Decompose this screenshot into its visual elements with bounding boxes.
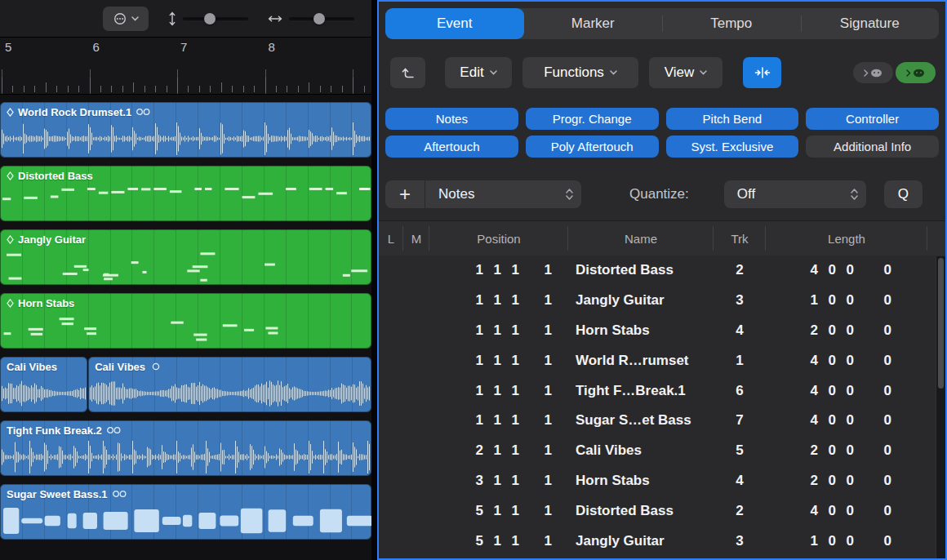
- functions-menu-button[interactable]: Functions: [522, 57, 638, 88]
- event-name-cell[interactable]: Distorted Bass: [568, 256, 714, 286]
- track-number-cell[interactable]: 4: [714, 466, 766, 496]
- link-cell[interactable]: [379, 316, 403, 346]
- position-cell[interactable]: 1111: [429, 376, 568, 406]
- filter-pitch-bend[interactable]: Pitch Bend: [666, 108, 799, 130]
- filter-notes[interactable]: Notes: [385, 108, 518, 130]
- position-cell[interactable]: 1111: [429, 286, 568, 316]
- region-world-rock-drumset-1[interactable]: World Rock Drumset.1: [0, 102, 371, 158]
- quantize-apply-button[interactable]: Q: [884, 180, 923, 208]
- scrollbar-thumb[interactable]: [938, 258, 944, 389]
- go-to-parent-button[interactable]: [390, 57, 425, 88]
- event-name-cell[interactable]: Distorted Bass: [568, 496, 714, 526]
- vertical-zoom-slider[interactable]: [183, 17, 248, 20]
- region-tight-funk-break-2[interactable]: Tight Funk Break.2: [0, 420, 371, 476]
- tab-marker[interactable]: Marker: [524, 8, 663, 39]
- region-cali-vibes[interactable]: Cali Vibes: [0, 357, 87, 412]
- stepper-icon[interactable]: [850, 187, 859, 202]
- region-cali-vibes[interactable]: Cali Vibes: [88, 357, 371, 412]
- timeline-ruler[interactable]: 5678: [0, 38, 371, 95]
- position-cell[interactable]: 1111: [429, 345, 568, 376]
- filter-additional-info[interactable]: Additional Info: [806, 136, 939, 158]
- midi-out-activity-badge[interactable]: [896, 62, 936, 83]
- event-name-cell[interactable]: Sugar S…et Bass: [568, 406, 714, 436]
- track-number-cell[interactable]: 1: [714, 345, 766, 376]
- length-cell[interactable]: 4000: [766, 345, 927, 376]
- track-number-cell[interactable]: 5: [714, 436, 766, 466]
- event-name-cell[interactable]: Cali Vibes: [568, 436, 714, 466]
- event-type-select[interactable]: Notes: [425, 180, 581, 208]
- tab-event[interactable]: Event: [385, 8, 524, 39]
- track-number-cell[interactable]: 7: [714, 406, 766, 436]
- link-cell[interactable]: [379, 286, 403, 316]
- track-number-cell[interactable]: 3: [714, 286, 766, 316]
- position-cell[interactable]: 1111: [429, 316, 568, 346]
- event-row[interactable]: 1111Tight F…Break.164000: [379, 376, 945, 406]
- mute-cell[interactable]: [403, 376, 429, 406]
- tab-tempo[interactable]: Tempo: [662, 8, 801, 39]
- mute-cell[interactable]: [403, 496, 429, 526]
- track-number-cell[interactable]: 3: [714, 526, 766, 556]
- link-cell[interactable]: [379, 436, 403, 466]
- mute-cell[interactable]: [403, 406, 429, 436]
- link-cell[interactable]: [379, 496, 403, 526]
- link-cell[interactable]: [379, 345, 403, 376]
- event-row[interactable]: 5111Distorted Bass24000: [379, 496, 945, 526]
- event-row[interactable]: 1111Jangly Guitar31000: [379, 286, 945, 316]
- event-row[interactable]: 5111Jangly Guitar31000: [379, 526, 945, 556]
- length-cell[interactable]: 1000: [766, 526, 927, 556]
- position-cell[interactable]: 2111: [429, 436, 568, 466]
- mute-cell[interactable]: [403, 436, 429, 466]
- midi-in-activity-badge[interactable]: [853, 62, 893, 83]
- link-cell[interactable]: [379, 526, 403, 556]
- filter-controller[interactable]: Controller: [806, 108, 939, 130]
- event-name-cell[interactable]: Tight F…Break.1: [568, 376, 714, 406]
- event-name-cell[interactable]: Horn Stabs: [568, 316, 714, 346]
- filter-aftertouch[interactable]: Aftertouch: [385, 136, 518, 158]
- event-row[interactable]: 1111Horn Stabs42000: [379, 316, 945, 346]
- filter-poly-aftertouch[interactable]: Poly Aftertouch: [526, 136, 659, 158]
- length-cell[interactable]: 2000: [766, 436, 927, 466]
- event-row[interactable]: 3111Horn Stabs42000: [379, 466, 945, 496]
- event-name-cell[interactable]: Jangly Guitar: [568, 286, 714, 316]
- track-number-cell[interactable]: 2: [714, 496, 766, 526]
- event-row[interactable]: 2111Cali Vibes52000: [379, 436, 945, 466]
- length-cell[interactable]: 4000: [766, 496, 927, 526]
- mute-cell[interactable]: [403, 345, 429, 376]
- position-cell[interactable]: 1111: [429, 406, 568, 436]
- link-cell[interactable]: [379, 406, 403, 436]
- stepper-icon[interactable]: [565, 187, 574, 202]
- track-number-cell[interactable]: 6: [714, 376, 766, 406]
- track-number-cell[interactable]: 4: [714, 316, 766, 346]
- edit-menu-button[interactable]: Edit: [445, 57, 512, 88]
- event-name-cell[interactable]: Jangly Guitar: [568, 526, 714, 556]
- position-cell[interactable]: 1111: [429, 256, 568, 286]
- mute-cell[interactable]: [403, 256, 429, 286]
- quantize-select[interactable]: Off: [724, 180, 866, 208]
- tab-signature[interactable]: Signature: [801, 8, 940, 39]
- event-name-cell[interactable]: Horn Stabs: [568, 466, 714, 496]
- horizontal-zoom-thumb[interactable]: [313, 13, 325, 24]
- mute-cell[interactable]: [403, 526, 429, 556]
- link-cell[interactable]: [379, 256, 403, 286]
- event-row[interactable]: 1111Distorted Bass24000: [379, 256, 945, 286]
- region-distorted-bass[interactable]: Distorted Bass: [0, 166, 371, 221]
- vertical-zoom-thumb[interactable]: [204, 13, 216, 24]
- mute-cell[interactable]: [403, 316, 429, 346]
- event-row[interactable]: 1111Sugar S…et Bass74000: [379, 406, 945, 436]
- link-cell[interactable]: [379, 466, 403, 496]
- mute-cell[interactable]: [403, 286, 429, 316]
- length-cell[interactable]: 4000: [766, 256, 927, 286]
- region-sugar-sweet-bass-1[interactable]: Sugar Sweet Bass.1: [0, 484, 371, 540]
- position-cell[interactable]: 5111: [429, 496, 568, 526]
- event-name-cell[interactable]: World R…rumset: [568, 345, 714, 376]
- length-cell[interactable]: 2000: [766, 466, 927, 496]
- filter-progr-change[interactable]: Progr. Change: [526, 108, 659, 130]
- link-cell[interactable]: [379, 376, 403, 406]
- event-row[interactable]: 1111World R…rumset14000: [379, 345, 945, 376]
- filter-syst-exclusive[interactable]: Syst. Exclusive: [666, 136, 799, 158]
- table-scrollbar[interactable]: [936, 256, 945, 558]
- horizontal-zoom-slider[interactable]: [289, 17, 354, 20]
- length-cell[interactable]: 4000: [766, 376, 927, 406]
- region-options-button[interactable]: [103, 7, 149, 31]
- region-horn-stabs[interactable]: Horn Stabs: [0, 293, 371, 349]
